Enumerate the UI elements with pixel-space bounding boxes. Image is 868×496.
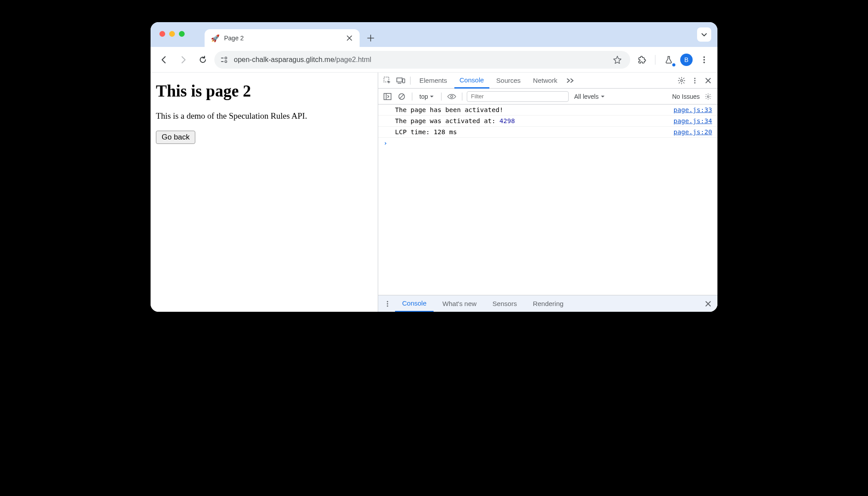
console-log-row: The page was activated at: 4298 page.js:…	[378, 116, 717, 127]
new-tab-button[interactable]	[364, 31, 377, 45]
back-button[interactable]	[156, 52, 172, 68]
svg-point-3	[225, 60, 227, 62]
tab-sources[interactable]: Sources	[491, 73, 526, 88]
svg-point-13	[694, 82, 696, 83]
inspect-element-icon[interactable]	[382, 75, 393, 86]
svg-point-4	[703, 56, 705, 58]
tab-title: Page 2	[224, 35, 341, 42]
tabs-dropdown-button[interactable]	[697, 27, 711, 42]
drawer-menu-icon[interactable]	[382, 298, 393, 310]
console-settings-icon[interactable]	[702, 91, 714, 102]
page-heading: This is page 2	[156, 81, 372, 101]
console-log-row: The page has been activated! page.js:33	[378, 105, 717, 116]
log-message: LCP time: 128 ms	[395, 128, 457, 136]
page-description: This is a demo of the Speculation Rules …	[156, 111, 372, 121]
svg-point-2	[225, 57, 227, 58]
go-back-button[interactable]: Go back	[156, 131, 195, 144]
browser-tab[interactable]: 🚀 Page 2	[205, 29, 360, 47]
log-source-link[interactable]: page.js:33	[674, 106, 712, 113]
svg-rect-0	[221, 58, 224, 58]
extensions-button[interactable]	[634, 52, 650, 68]
svg-point-12	[694, 80, 696, 81]
devtools-menu-icon[interactable]	[689, 75, 701, 86]
chrome-menu-button[interactable]	[696, 52, 712, 68]
tab-strip: 🚀 Page 2	[151, 22, 717, 47]
clear-console-icon[interactable]	[396, 91, 407, 102]
drawer-tab-sensors[interactable]: Sensors	[485, 295, 524, 312]
log-levels-selector[interactable]: All levels	[571, 93, 607, 100]
reload-button[interactable]	[195, 52, 211, 68]
device-toolbar-icon[interactable]	[395, 75, 407, 86]
console-toolbar: top All levels No Issues	[378, 89, 717, 105]
svg-point-10	[681, 79, 683, 81]
forward-button[interactable]	[175, 52, 191, 68]
close-drawer-icon[interactable]	[702, 298, 714, 310]
browser-window: 🚀 Page 2	[151, 22, 717, 312]
svg-rect-1	[221, 61, 224, 62]
close-devtools-icon[interactable]	[702, 75, 714, 86]
drawer-tab-console[interactable]: Console	[395, 296, 434, 312]
tab-favicon: 🚀	[211, 34, 220, 43]
svg-point-5	[703, 59, 705, 60]
more-tabs-icon[interactable]	[565, 75, 576, 86]
page-content: This is page 2 This is a demo of the Spe…	[151, 73, 378, 312]
svg-rect-14	[384, 93, 391, 100]
svg-point-20	[387, 305, 388, 306]
log-message: The page has been activated!	[395, 106, 503, 113]
devtools-drawer: Console What's new Sensors Rendering	[378, 295, 717, 312]
console-prompt[interactable]: ›	[378, 138, 717, 148]
devtools-panel: Elements Console Sources Network	[378, 73, 717, 312]
svg-point-17	[707, 96, 709, 97]
url-text: open-chalk-asparagus.glitch.me/page2.htm…	[234, 56, 371, 64]
live-expression-icon[interactable]	[446, 91, 457, 102]
console-filter-input[interactable]	[467, 91, 569, 102]
profile-button[interactable]: B	[680, 54, 693, 66]
toggle-sidebar-icon[interactable]	[382, 91, 393, 102]
maximize-window-button[interactable]	[179, 31, 185, 37]
context-selector[interactable]: top	[417, 93, 437, 100]
log-source-link[interactable]: page.js:20	[674, 128, 712, 136]
tab-elements[interactable]: Elements	[414, 73, 453, 88]
labs-button[interactable]	[661, 52, 677, 68]
issues-label[interactable]: No Issues	[672, 93, 700, 100]
svg-rect-9	[403, 79, 405, 83]
log-message: The page was activated at: 4298	[395, 117, 515, 124]
svg-point-19	[387, 303, 388, 304]
window-controls	[159, 31, 185, 37]
bookmark-button[interactable]	[611, 53, 624, 66]
console-log-row: LCP time: 128 ms page.js:20	[378, 127, 717, 138]
svg-rect-8	[397, 78, 402, 82]
svg-point-16	[451, 95, 453, 97]
toolbar: open-chalk-asparagus.glitch.me/page2.htm…	[151, 47, 717, 73]
svg-point-18	[387, 301, 388, 302]
drawer-tab-rendering[interactable]: Rendering	[526, 295, 570, 312]
close-window-button[interactable]	[159, 31, 165, 37]
svg-point-6	[703, 62, 705, 63]
devtools-tabs: Elements Console Sources Network	[378, 73, 717, 89]
drawer-tab-whatsnew[interactable]: What's new	[435, 295, 484, 312]
svg-point-11	[694, 78, 696, 79]
content-area: This is page 2 This is a demo of the Spe…	[151, 73, 717, 312]
tab-network[interactable]: Network	[528, 73, 563, 88]
tab-console[interactable]: Console	[454, 73, 489, 89]
separator	[655, 55, 655, 65]
minimize-window-button[interactable]	[169, 31, 175, 37]
site-info-icon[interactable]	[221, 56, 229, 63]
devtools-settings-icon[interactable]	[676, 75, 687, 86]
address-bar[interactable]: open-chalk-asparagus.glitch.me/page2.htm…	[214, 51, 630, 69]
close-tab-button[interactable]	[345, 34, 353, 42]
console-output: The page has been activated! page.js:33 …	[378, 105, 717, 295]
log-source-link[interactable]: page.js:34	[674, 117, 712, 124]
